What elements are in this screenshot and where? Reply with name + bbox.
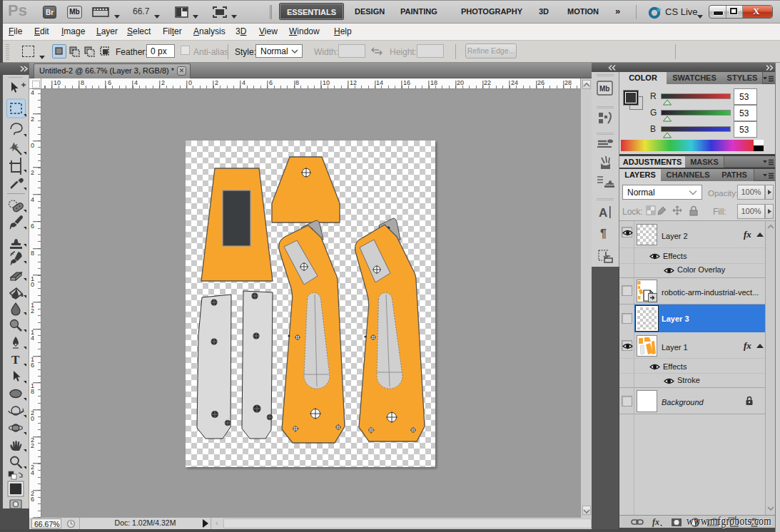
svg-text:Mb: Mb	[599, 85, 609, 93]
svg-text:A: A	[599, 206, 607, 220]
svg-text:fx: fx	[652, 517, 659, 527]
svg-text:¶: ¶	[600, 227, 607, 240]
svg-text:T: T	[11, 353, 20, 367]
